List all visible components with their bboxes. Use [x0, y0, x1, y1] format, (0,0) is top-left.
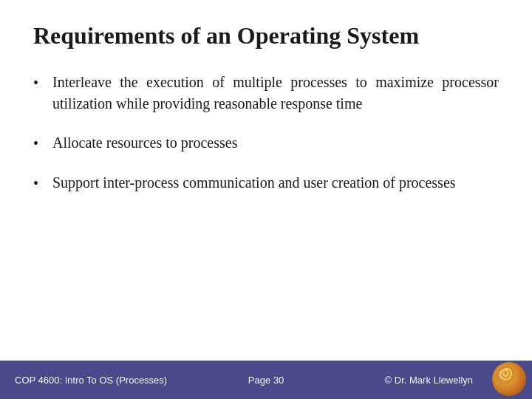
bullet-text-2: Allocate resources to processes	[52, 132, 499, 154]
logo-circle	[492, 362, 526, 396]
slide: Requirements of an Operating System • In…	[0, 0, 532, 399]
footer-logo	[492, 362, 526, 396]
slide-footer: COP 4600: Intro To OS (Processes) Page 3…	[0, 361, 532, 399]
logo-swirl	[495, 365, 516, 386]
footer-copyright: © Dr. Mark Llewellyn	[385, 375, 473, 386]
slide-content: Requirements of an Operating System • In…	[0, 0, 532, 361]
bullet-text-1: Interleave the execution of multiple pro…	[52, 72, 499, 115]
list-item: • Support inter-process communication an…	[33, 172, 499, 194]
bullet-dot: •	[33, 72, 50, 94]
footer-page: Page 30	[248, 375, 284, 386]
list-item: • Allocate resources to processes	[33, 132, 499, 154]
bullet-list: • Interleave the execution of multiple p…	[33, 72, 499, 194]
bullet-dot: •	[33, 133, 50, 154]
footer-course: COP 4600: Intro To OS (Processes)	[15, 375, 167, 386]
bullet-text-3: Support inter-process communication and …	[52, 172, 499, 194]
slide-title: Requirements of an Operating System	[33, 22, 499, 50]
list-item: • Interleave the execution of multiple p…	[33, 72, 499, 115]
bullet-dot: •	[33, 173, 50, 194]
